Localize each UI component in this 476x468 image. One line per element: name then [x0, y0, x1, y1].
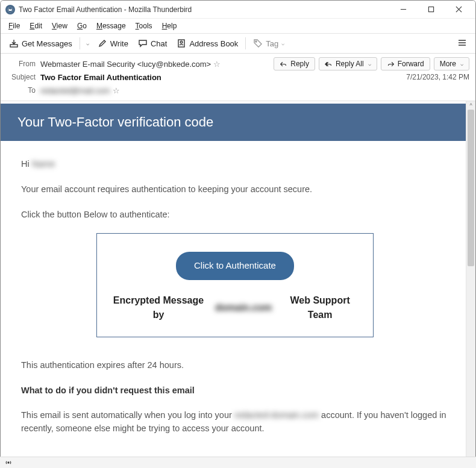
- body-line-2: Click the button Below to authenticate:: [21, 208, 449, 222]
- from-label: From: [7, 60, 36, 68]
- email-body: Your Two-Factor verification code Hi Nam…: [1, 101, 466, 463]
- reply-label: Reply: [290, 60, 309, 68]
- write-label: Write: [110, 39, 128, 48]
- reply-icon: [280, 60, 287, 68]
- window-controls: [395, 2, 467, 17]
- window-title: Two Factor Email Authentication - Mozill…: [19, 5, 395, 14]
- authenticate-button[interactable]: Click to Authenticate: [176, 252, 294, 280]
- scroll-up-icon[interactable]: ^: [466, 101, 475, 110]
- subject-label: Subject: [7, 73, 36, 81]
- address-book-icon: [177, 39, 186, 48]
- pencil-icon: [98, 39, 107, 48]
- not-request-title: What to do if you didn't request this em…: [21, 384, 449, 398]
- tag-button[interactable]: Tag ⌵: [248, 36, 289, 51]
- menu-go[interactable]: Go: [73, 20, 91, 32]
- svg-point-8: [181, 41, 183, 43]
- app-menu-button[interactable]: [453, 36, 472, 52]
- toolbar: Get Messages ⌵ Write Chat Address Book T…: [1, 33, 475, 54]
- connection-icon: [5, 459, 12, 466]
- not-request-body: This email is sent automatically when yo…: [21, 409, 449, 435]
- forward-icon: [387, 60, 395, 68]
- address-book-button[interactable]: Address Book: [172, 36, 243, 51]
- maximize-button[interactable]: [422, 2, 439, 17]
- vertical-scrollbar[interactable]: ^ ⌄: [466, 101, 475, 466]
- chat-icon: [138, 39, 148, 48]
- tag-icon: [253, 39, 263, 48]
- message-scroll-area[interactable]: Your Two-Factor verification code Hi Nam…: [1, 101, 466, 466]
- to-value: redacted@mail.com☆: [40, 86, 469, 95]
- write-button[interactable]: Write: [93, 36, 133, 51]
- menu-tools[interactable]: Tools: [131, 20, 157, 32]
- more-label: More: [440, 60, 456, 68]
- reply-all-button[interactable]: Reply All ⌵: [319, 57, 377, 70]
- scrollbar-thumb[interactable]: [468, 110, 474, 266]
- hamburger-icon: [457, 38, 467, 48]
- message-header: From Webmaster E-mail Security <lucy@nbk…: [1, 54, 475, 101]
- message-body-container: Your Two-Factor verification code Hi Nam…: [1, 101, 475, 466]
- svg-point-9: [255, 41, 257, 42]
- greeting: Hi Name: [21, 158, 449, 171]
- message-date: 7/21/2023, 1:42 PM: [406, 73, 469, 81]
- get-messages-dropdown[interactable]: ⌵: [83, 38, 93, 49]
- forward-button[interactable]: Forward: [381, 57, 430, 70]
- header-actions: Reply Reply All ⌵ Forward More ⌵: [274, 57, 469, 70]
- get-messages-button[interactable]: Get Messages: [4, 36, 77, 51]
- star-from-icon[interactable]: ☆: [213, 60, 221, 69]
- reply-all-label: Reply All: [336, 60, 364, 68]
- encrypted-message-line: Encrypted Message by domain.com Web Supp…: [108, 293, 362, 322]
- star-to-icon[interactable]: ☆: [113, 86, 120, 95]
- email-banner: Your Two-Factor verification code: [1, 104, 466, 141]
- menu-file[interactable]: File: [4, 20, 24, 32]
- app-icon: [5, 5, 15, 14]
- separator: [245, 37, 246, 49]
- tag-label: Tag: [266, 39, 278, 48]
- body-line-1: Your email account requires authenticati…: [21, 183, 449, 196]
- menu-edit[interactable]: Edit: [25, 20, 46, 32]
- reply-all-icon: [325, 60, 333, 68]
- close-button[interactable]: [450, 2, 467, 17]
- svg-point-13: [8, 462, 9, 463]
- forward-label: Forward: [398, 60, 424, 68]
- more-button[interactable]: More ⌵: [434, 57, 469, 70]
- chat-label: Chat: [151, 39, 167, 48]
- to-label: To: [7, 86, 36, 95]
- download-icon: [9, 39, 19, 48]
- get-messages-label: Get Messages: [22, 39, 72, 48]
- address-book-label: Address Book: [189, 39, 238, 48]
- expires-line: This authentication expires after 24 hou…: [21, 359, 449, 372]
- titlebar: Two Factor Email Authentication - Mozill…: [1, 1, 475, 19]
- svg-rect-6: [10, 45, 17, 47]
- statusbar: [0, 457, 476, 468]
- subject-value: Two Factor Email Authentication: [40, 73, 406, 82]
- separator: [80, 37, 80, 49]
- menu-view[interactable]: View: [48, 20, 72, 32]
- menu-help[interactable]: Help: [158, 20, 181, 32]
- reply-button[interactable]: Reply: [274, 57, 315, 70]
- menu-message[interactable]: Message: [92, 20, 130, 32]
- from-value: Webmaster E-mail Security <lucy@nbkede.c…: [40, 60, 274, 69]
- svg-rect-3: [428, 7, 433, 11]
- minimize-button[interactable]: [395, 2, 412, 17]
- chat-button[interactable]: Chat: [133, 36, 172, 51]
- authenticate-box: Click to Authenticate Encrypted Message …: [96, 233, 374, 337]
- menubar: File Edit View Go Message Tools Help: [1, 19, 475, 33]
